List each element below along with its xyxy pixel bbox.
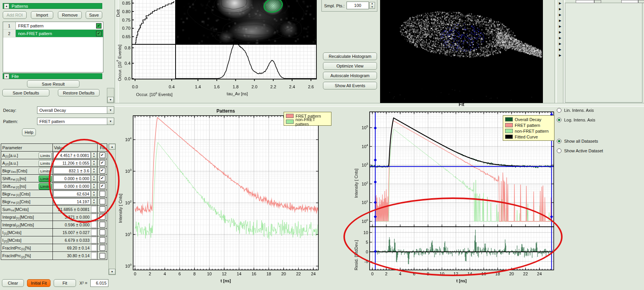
right-panel-button[interactable] [638, 0, 644, 3]
tau-delta-2d-histogram[interactable] [116, 0, 321, 99]
pattern-visible-checkbox[interactable]: ✔ [96, 31, 101, 36]
expand-panel-icon[interactable]: ▶ [558, 24, 563, 29]
collapse-up-icon[interactable]: ▲ [4, 3, 9, 9]
parameter-value[interactable]: 3.371 ± 0.000 [53, 213, 98, 221]
collapse-up-icon[interactable]: ▲ [4, 74, 9, 79]
radio-circle-icon[interactable] [557, 118, 561, 122]
limits-button[interactable]: Limits [39, 152, 52, 159]
scroll-down-icon[interactable]: ▼ [107, 97, 114, 103]
expand-panel-icon[interactable]: ▶ [558, 30, 563, 35]
fit-checkbox[interactable] [100, 245, 105, 251]
expand-panel-icon[interactable]: ▶ [558, 53, 563, 58]
optimize-view-button[interactable]: Optimize View [323, 62, 377, 70]
expand-panel-icon[interactable]: ▶ [558, 7, 563, 12]
vertical-splitter[interactable] [554, 0, 557, 103]
autoscale-histogram-button[interactable]: Autoscale Histogram [323, 72, 377, 79]
pattern-name[interactable]: non-FRET pattern [16, 30, 96, 37]
parameter-value[interactable]: 69.20 ± 0.14 [53, 244, 98, 251]
chevron-down-icon[interactable]: ▼ [107, 118, 114, 125]
parameter-value[interactable]: 11.206 ± 0.055▲▼ [53, 159, 98, 167]
help-button[interactable]: Help [22, 128, 36, 136]
save-defaults-button[interactable]: Save Defaults [2, 89, 49, 96]
scroll-down-icon[interactable]: ▼ [109, 269, 115, 275]
radio-show-all-datasets[interactable]: Show all Datasets [557, 139, 598, 143]
decay-dropdown[interactable]: Overall Decay ▼ [37, 106, 114, 114]
expand-panel-icon[interactable]: ▶ [558, 47, 563, 52]
value-stepper[interactable]: ▲▼ [91, 160, 97, 166]
radio-circle-icon[interactable] [557, 139, 561, 143]
right-panel-button[interactable] [594, 0, 601, 3]
row-index[interactable]: 1 [3, 22, 16, 29]
parameter-value[interactable]: 15.007 ± 0.027 [53, 229, 98, 236]
value-stepper[interactable]: ▲▼ [91, 183, 97, 189]
import-button[interactable]: Import [31, 11, 53, 19]
expand-panel-icon[interactable]: ▶ [558, 41, 563, 46]
fit-checkbox[interactable] [100, 229, 105, 235]
expand-panel-icon[interactable]: ▶ [558, 35, 563, 40]
right-panel-input[interactable] [576, 0, 594, 3]
file-section-header[interactable]: ▲ File [3, 73, 102, 79]
fit-checkbox[interactable] [100, 214, 105, 220]
table-scrollbar[interactable] [108, 143, 116, 275]
fit-checkbox[interactable]: ✔ [100, 160, 105, 166]
pattern-dropdown[interactable]: FRET pattern ▼ [37, 118, 114, 125]
clear-button[interactable]: Clear [2, 279, 24, 287]
parameter-value[interactable]: 21.6855 ± 0.0081 [53, 206, 98, 213]
pattern-visible-checkbox[interactable]: ✔ [96, 23, 101, 29]
patterns-list[interactable]: 1FRET pattern✔2non-FRET pattern✔ [3, 22, 103, 72]
horizontal-splitter[interactable] [115, 103, 644, 107]
parameter-value[interactable]: 6.679 ± 0.033 [53, 236, 98, 244]
radio-lin-intens-axis[interactable]: Lin. Intens. Axis [557, 108, 594, 113]
fit-button[interactable]: Fit [54, 279, 76, 287]
fit-checkbox[interactable] [100, 206, 105, 212]
remove-button[interactable]: Remove [58, 11, 82, 19]
fit-checkbox[interactable] [100, 253, 105, 259]
fit-checkbox[interactable]: ✔ [100, 175, 105, 181]
fit-checkbox[interactable] [100, 222, 105, 228]
restore-defaults-button[interactable]: Restore Defaults [58, 89, 100, 96]
parameter-value[interactable]: 0.596 ± 0.000 [53, 221, 98, 228]
value-stepper[interactable]: ▲▼ [91, 198, 97, 205]
parameter-value[interactable]: 0.000 ± 0.000▲▼ [53, 182, 98, 190]
radio-circle-icon[interactable] [557, 108, 561, 113]
radio-show-active-dataset[interactable]: Show Active Dataset [557, 148, 603, 153]
chevron-down-icon[interactable]: ▼ [107, 107, 114, 113]
step-down-icon[interactable]: ▼ [371, 6, 374, 8]
cell-fluorescence-image[interactable] [380, 0, 543, 103]
fit-checkbox[interactable] [100, 199, 105, 204]
limits-button[interactable]: Limits [39, 160, 52, 167]
parameter-value[interactable]: 832.1 ± 3.6▲▼ [53, 167, 98, 174]
value-stepper[interactable]: ▲▼ [91, 167, 97, 174]
radio-circle-icon[interactable] [557, 148, 561, 153]
initial-fit-button[interactable]: Initial Fit [27, 279, 51, 287]
parameter-table[interactable]: ParameterValueFitA[1] [a.u.]Limits4.4517… [1, 143, 107, 260]
patterns-decay-chart[interactable] [116, 107, 340, 290]
pattern-list-item[interactable]: 2non-FRET pattern✔ [3, 30, 103, 37]
scroll-up-icon[interactable]: ▲ [109, 144, 115, 150]
pattern-name[interactable]: FRET pattern [16, 22, 96, 29]
fit-checkbox[interactable] [100, 191, 105, 197]
limits-button[interactable]: Limits [39, 183, 52, 190]
value-stepper[interactable]: ▲▼ [91, 175, 97, 182]
add-roi-button[interactable]: Add ROI [3, 11, 27, 19]
expand-panel-icon[interactable]: ▶ [558, 18, 563, 23]
fit-checkbox[interactable]: ✔ [100, 183, 105, 189]
show-all-events-button[interactable]: Show All Events [323, 82, 377, 89]
sample-points-stepper[interactable]: ▲▼ [369, 2, 375, 9]
row-index[interactable]: 2 [3, 30, 16, 37]
expand-panel-icon[interactable]: ▶ [558, 1, 563, 6]
parameter-value[interactable]: 4.4517 ± 0.0081▲▼ [53, 152, 98, 159]
save-result-button[interactable]: Save Result [27, 80, 79, 88]
expand-panel-icon[interactable]: ▶ [558, 12, 563, 17]
limits-button[interactable]: Limits [39, 168, 52, 174]
pattern-list-item[interactable]: 1FRET pattern✔ [3, 22, 103, 30]
parameter-value[interactable]: 30.80 ± 0.14 [53, 252, 98, 260]
fit-checkbox[interactable]: ✔ [100, 168, 105, 174]
value-stepper[interactable]: ▲▼ [91, 152, 97, 158]
sample-points-input[interactable]: 100 [347, 2, 369, 9]
parameter-value[interactable]: 62.634▲▼ [53, 190, 98, 197]
right-panel-input[interactable] [621, 0, 638, 3]
parameter-value[interactable]: 14.197▲▼ [53, 198, 98, 205]
step-up-icon[interactable]: ▲ [371, 2, 374, 5]
parameter-value[interactable]: 0.000 ± 0.000▲▼ [53, 175, 98, 182]
